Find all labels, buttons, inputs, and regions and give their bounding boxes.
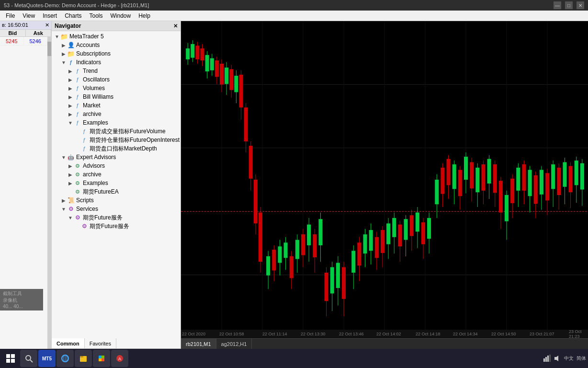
sidebar-item-volumes[interactable]: ▶ ƒ Volumes (52, 84, 181, 92)
tree-label: Volumes (83, 85, 105, 92)
svg-rect-137 (534, 175, 538, 204)
navigator-tree[interactable]: ▼ 📁 MetaTrader 5 ▶ 👤 Accounts ▶ 📁 Subscr… (52, 31, 181, 338)
taskbar-app5[interactable]: A (111, 350, 128, 367)
tree-toggle[interactable]: ▶ (60, 50, 67, 57)
chart-canvas[interactable]: rb2101,M1: 螺纹钢2101 螺纹钢2101(rb2101) 正在接收行… (181, 21, 588, 338)
indicator-icon: ƒ (80, 136, 88, 144)
market-watch-close[interactable]: ✕ (45, 22, 49, 28)
tree-spacer: ▶ (67, 188, 74, 195)
minimize-btn[interactable]: — (554, 1, 561, 9)
sidebar-item-oscillators[interactable]: ▶ ƒ Oscillators (52, 75, 181, 84)
market-watch-scrollbar[interactable] (47, 37, 51, 349)
svg-rect-135 (528, 170, 532, 196)
menu-bar: File View Insert Charts Tools Window Hel… (0, 11, 588, 21)
taskbar-chinese: 简体 (577, 355, 586, 362)
tree-toggle[interactable]: ▼ (54, 33, 60, 40)
sidebar-item-future-service[interactable]: ▶ ⚙ 期货Future服务 (52, 222, 181, 230)
tree-toggle[interactable]: ▶ (60, 42, 67, 48)
tree-toggle[interactable]: ▶ (67, 93, 74, 100)
taskbar-store[interactable] (93, 350, 110, 367)
sidebar-item-scripts[interactable]: ▶ 📜 Scripts (52, 196, 181, 205)
taskbar-browser[interactable] (57, 350, 74, 367)
tree-label: Examples (83, 119, 108, 126)
tree-toggle[interactable]: ▶ (67, 171, 74, 178)
sidebar-item-futureopeninterest[interactable]: ▶ ƒ 期货持仓量指标FutureOpenInterest (52, 136, 181, 144)
tree-toggle[interactable]: ▶ (67, 68, 74, 74)
sidebar-item-bill-williams[interactable]: ▶ ƒ Bill Williams (52, 92, 181, 101)
svg-rect-113 (464, 157, 468, 180)
tree-toggle[interactable]: ▶ (67, 180, 74, 186)
svg-rect-129 (510, 179, 514, 203)
scripts-icon: 📜 (67, 196, 75, 204)
tree-toggle[interactable]: ▶ (67, 102, 74, 109)
sidebar-item-indicators[interactable]: ▼ ƒ Indicators (52, 58, 181, 67)
indicator-icon: ƒ (80, 127, 88, 135)
indicator-icon: ƒ (74, 67, 81, 75)
tree-root[interactable]: ▼ 📁 MetaTrader 5 (52, 32, 181, 41)
taskbar-files[interactable] (75, 350, 92, 367)
tree-toggle[interactable]: ▼ (60, 154, 67, 161)
sidebar-item-trend[interactable]: ▶ ƒ Trend (52, 67, 181, 75)
tree-toggle[interactable]: ▶ (67, 76, 74, 83)
svg-rect-147 (563, 162, 566, 186)
tree-toggle[interactable]: ▶ (60, 197, 67, 204)
accounts-icon: 👤 (67, 41, 75, 49)
maximize-btn[interactable]: □ (565, 1, 573, 9)
sidebar-item-archive-indicators[interactable]: ▶ ƒ archive (52, 110, 181, 118)
sidebar-item-expert-advisors[interactable]: ▼ 🤖 Expert Advisors (52, 153, 181, 161)
sidebar-item-examples-ea[interactable]: ▶ ⚙ Examples (52, 179, 181, 187)
tree-toggle[interactable]: ▶ (67, 162, 74, 169)
table-row[interactable]: 5245 5246 (0, 37, 47, 46)
taskbar-mt5[interactable]: MT5 (38, 350, 56, 367)
tree-toggle[interactable]: ▼ (60, 206, 67, 212)
menu-window[interactable]: Window (107, 12, 135, 20)
market-watch-panel: в: 16:50:01 ✕ Bid Ask 5245 5246 截制工具 录像机… (0, 21, 52, 349)
menu-view[interactable]: View (19, 12, 39, 20)
svg-rect-109 (452, 164, 456, 189)
ea-icon: ⚙ (74, 179, 81, 187)
menu-charts[interactable]: Charts (61, 12, 85, 20)
tab-common[interactable]: Common (52, 338, 85, 348)
title-bar: 53 - MetaQuotes-Demo: Demo Account - Hed… (0, 0, 588, 11)
sidebar-item-advisors[interactable]: ▶ ⚙ Advisors (52, 161, 181, 170)
tree-toggle[interactable]: ▼ (67, 214, 74, 221)
tree-label: Market (83, 102, 101, 109)
sidebar-item-accounts[interactable]: ▶ 👤 Accounts (52, 41, 181, 49)
tree-toggle[interactable]: ▶ (67, 85, 74, 92)
sidebar-item-archive-ea[interactable]: ▶ ⚙ archive (52, 170, 181, 179)
menu-insert[interactable]: Insert (39, 12, 61, 20)
navigator-close[interactable]: ✕ (173, 23, 178, 29)
sidebar-item-market[interactable]: ▶ ƒ Market (52, 101, 181, 110)
sidebar-item-subscriptions[interactable]: ▶ 📁 Subscriptions (52, 49, 181, 58)
start-button[interactable] (2, 350, 19, 367)
svg-rect-101 (427, 218, 431, 239)
tree-label: Examples (83, 180, 108, 186)
scrollbar-thumb[interactable] (47, 42, 51, 56)
tree-label: 期货Future服务 (83, 214, 123, 222)
taskbar-search[interactable] (20, 350, 37, 367)
svg-rect-37 (239, 75, 243, 107)
tree-toggle[interactable]: ▼ (67, 119, 74, 126)
svg-rect-151 (575, 161, 578, 185)
tree-label: Indicators (76, 59, 101, 66)
tab-favorites[interactable]: Favorites (85, 338, 116, 348)
sidebar-item-future-service-folder[interactable]: ▼ ⚙ 期货Future服务 (52, 213, 181, 222)
svg-rect-83 (375, 237, 379, 258)
menu-file[interactable]: File (2, 12, 19, 20)
tree-toggle[interactable]: ▼ (60, 59, 67, 66)
sidebar-item-futureea[interactable]: ▶ ⚙ 期货FutureEA (52, 187, 181, 196)
svg-rect-29 (220, 64, 224, 84)
sidebar-item-marketdepth[interactable]: ▶ ƒ 期货盘口指标MarketDepth (52, 144, 181, 153)
indicator-icon: ƒ (74, 110, 81, 118)
sidebar-item-examples-indicators[interactable]: ▼ ƒ Examples (52, 118, 181, 127)
close-btn[interactable]: ✕ (577, 1, 584, 9)
sidebar-item-services[interactable]: ▼ ⚙ Services (52, 205, 181, 213)
chart-tab-rb2101[interactable]: rb2101,M1 (181, 339, 216, 349)
menu-tools[interactable]: Tools (86, 12, 107, 20)
tree-toggle[interactable]: ▶ (67, 111, 74, 117)
sidebar-item-futurevolume[interactable]: ▶ ƒ 期货成交量指标FutureVolume (52, 127, 181, 136)
svg-rect-107 (447, 159, 451, 185)
menu-help[interactable]: Help (135, 12, 154, 20)
ea-icon: ⚙ (74, 162, 81, 170)
chart-tab-ag2012[interactable]: ag2012,H1 (216, 339, 252, 349)
